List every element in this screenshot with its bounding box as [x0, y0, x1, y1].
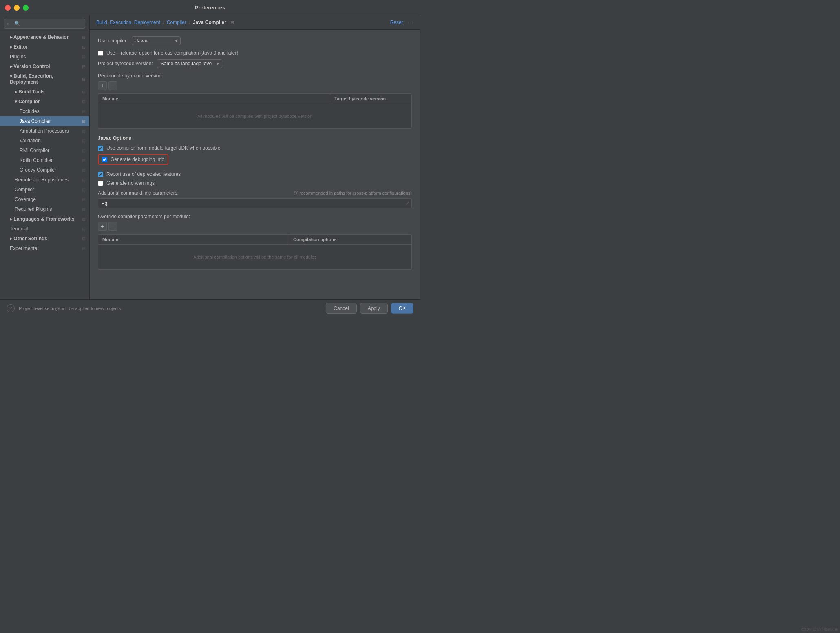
sidebar-item-label: Kotlin Compiler — [20, 157, 53, 163]
sidebar-item-coverage[interactable]: Coverage ⊞ — [0, 195, 89, 204]
sidebar-item-label: Plugins — [10, 54, 26, 60]
traffic-lights[interactable] — [5, 5, 29, 11]
sidebar-item-kotlin[interactable]: Kotlin Compiler ⊞ — [0, 155, 89, 165]
sidebar-item-validation[interactable]: Validation ⊞ — [0, 136, 89, 146]
pin-icon: ⊞ — [82, 55, 85, 59]
use-compiler-jdk-checkbox[interactable] — [98, 146, 103, 151]
sidebar-item-appearance[interactable]: ▸ Appearance & Behavior ⊞ — [0, 32, 89, 42]
sidebar-item-excludes[interactable]: Excludes ⊞ — [0, 106, 89, 116]
bottom-right: Cancel Apply OK — [326, 303, 413, 314]
help-icon: ? — [9, 306, 12, 311]
breadcrumb-part1[interactable]: Build, Execution, Deployment — [96, 20, 160, 25]
use-compiler-label: Use compiler: — [98, 38, 128, 44]
sidebar-item-required-plugins[interactable]: Required Plugins ⊞ — [0, 204, 89, 214]
report-deprecated-checkbox[interactable] — [98, 172, 103, 177]
sidebar-item-build-tools[interactable]: ▸ Build Tools ⊞ — [0, 87, 89, 97]
cmd-label-row: Additional command line parameters: ('/'… — [98, 190, 412, 196]
sidebar-item-label: ▾ Build, Execution, Deployment — [10, 73, 82, 85]
add-override-button[interactable]: + — [98, 222, 107, 231]
apply-button[interactable]: Apply — [360, 303, 388, 314]
search-icon: ⌕ — [7, 21, 9, 26]
target-version-col-header: Target bytecode version — [330, 94, 411, 104]
override-table: Module Compilation options Additional co… — [98, 234, 412, 270]
bytecode-version-row: Project bytecode version: Same as langua… — [98, 59, 412, 68]
per-module-table-header: Module Target bytecode version — [98, 94, 411, 104]
sidebar-item-label: Terminal — [10, 226, 28, 232]
sidebar-item-plugins[interactable]: Plugins ⊞ — [0, 52, 89, 62]
search-wrap: ⌕ — [4, 19, 85, 29]
report-deprecated-label[interactable]: Report use of deprecated features — [106, 171, 181, 177]
sidebar-item-compiler2[interactable]: Compiler ⊞ — [0, 185, 89, 195]
release-option-checkbox[interactable] — [98, 51, 103, 56]
status-text: Project-level settings will be applied t… — [19, 306, 121, 311]
additional-cmd-input[interactable] — [98, 198, 412, 208]
sidebar-item-label: Experimental — [10, 246, 38, 251]
remove-module-button[interactable]: − — [108, 81, 117, 90]
generate-no-warnings-label[interactable]: Generate no warnings — [106, 180, 155, 186]
sidebar-item-label: ▸ Appearance & Behavior — [10, 34, 69, 40]
sidebar-item-compiler[interactable]: ▾ Compiler ⊞ — [0, 97, 89, 106]
pin-icon: ⊞ — [82, 109, 85, 114]
sidebar-item-languages[interactable]: ▸ Languages & Frameworks ⊞ — [0, 214, 89, 224]
breadcrumb-sep1: › — [163, 20, 164, 25]
sidebar-item-label: ▸ Editor — [10, 44, 28, 50]
sidebar-item-java-compiler[interactable]: Java Compiler ⊞ — [0, 116, 89, 126]
per-module-add-remove: + − — [98, 81, 412, 90]
bytecode-version-select-wrapper: Same as language leve ▼ — [157, 59, 222, 68]
pin-icon: ⊞ — [82, 129, 85, 133]
per-module-label: Per-module bytecode version: — [98, 73, 412, 79]
sidebar-item-editor[interactable]: ▸ Editor ⊞ — [0, 42, 89, 52]
main-layout: ⌕ ▸ Appearance & Behavior ⊞ ▸ Editor ⊞ P… — [0, 15, 420, 299]
generate-no-warnings-checkbox[interactable] — [98, 181, 103, 186]
override-module-col-header: Module — [98, 235, 289, 244]
sidebar-item-terminal[interactable]: Terminal ⊞ — [0, 224, 89, 234]
compile-options-col-header: Compilation options — [289, 235, 411, 244]
minimize-button[interactable] — [14, 5, 20, 11]
release-option-row: Use '--release' option for cross-compila… — [98, 50, 412, 56]
compiler-select[interactable]: Javac Eclipse Ajc — [132, 36, 181, 45]
pin-icon: ⊞ — [82, 45, 85, 49]
help-button[interactable]: ? — [7, 304, 15, 312]
cancel-button[interactable]: Cancel — [326, 303, 356, 314]
pin-icon: ⊞ — [82, 90, 85, 94]
sidebar-item-remote-jar[interactable]: Remote Jar Repositories ⊞ — [0, 175, 89, 185]
override-section: Override compiler parameters per-module:… — [98, 214, 412, 270]
sidebar-item-label: ▸ Languages & Frameworks — [10, 216, 75, 222]
breadcrumb-sep2: › — [189, 20, 190, 25]
cmd-input-expand-icon[interactable]: ⤢ — [405, 200, 409, 206]
pin-icon: ⊞ — [82, 178, 85, 182]
sidebar-item-build-exec[interactable]: ▾ Build, Execution, Deployment ⊞ — [0, 71, 89, 87]
generate-debugging-checkbox[interactable] — [102, 157, 107, 162]
per-module-table: Module Target bytecode version All modul… — [98, 93, 412, 129]
search-input[interactable] — [4, 19, 85, 29]
sidebar-item-experimental[interactable]: Experimental ⊞ — [0, 243, 89, 253]
sidebar-item-rmi[interactable]: RMI Compiler ⊞ — [0, 146, 89, 155]
remove-override-button[interactable]: − — [108, 222, 117, 231]
release-option-label[interactable]: Use '--release' option for cross-compila… — [106, 50, 238, 56]
add-module-button[interactable]: + — [98, 81, 107, 90]
sidebar-item-annotation[interactable]: Annotation Processors ⊞ — [0, 126, 89, 136]
maximize-button[interactable] — [23, 5, 29, 11]
generate-debugging-label[interactable]: Generate debugging info — [111, 157, 164, 162]
breadcrumb-part2[interactable]: Compiler — [167, 20, 186, 25]
bytecode-version-select[interactable]: Same as language leve — [157, 59, 222, 68]
close-button[interactable] — [5, 5, 11, 11]
pin-icon: ⊞ — [82, 188, 85, 192]
bottom-left: ? Project-level settings will be applied… — [7, 304, 121, 312]
pin-icon: ⊞ — [82, 237, 85, 241]
bottom-bar: ? Project-level settings will be applied… — [0, 299, 420, 316]
back-arrow[interactable]: ‹ — [408, 20, 409, 25]
ok-button[interactable]: OK — [391, 303, 413, 314]
sidebar-item-other-settings[interactable]: ▸ Other Settings ⊞ — [0, 234, 89, 243]
additional-compile-message: Additional compilation options will be t… — [98, 245, 411, 269]
pin-icon: ⊞ — [82, 77, 85, 82]
sidebar-item-groovy[interactable]: Groovy Compiler ⊞ — [0, 165, 89, 175]
override-add-remove: + − — [98, 222, 412, 231]
reset-link[interactable]: Reset — [390, 20, 403, 25]
breadcrumb-part3: Java Compiler — [193, 20, 226, 25]
use-compiler-jdk-label[interactable]: Use compiler from module target JDK when… — [106, 145, 220, 151]
sidebar-item-version-control[interactable]: ▸ Version Control ⊞ — [0, 62, 89, 71]
forward-arrow[interactable]: › — [412, 20, 413, 25]
pin-icon: ⊞ — [82, 100, 85, 104]
pin-icon: ⊞ — [82, 217, 85, 221]
